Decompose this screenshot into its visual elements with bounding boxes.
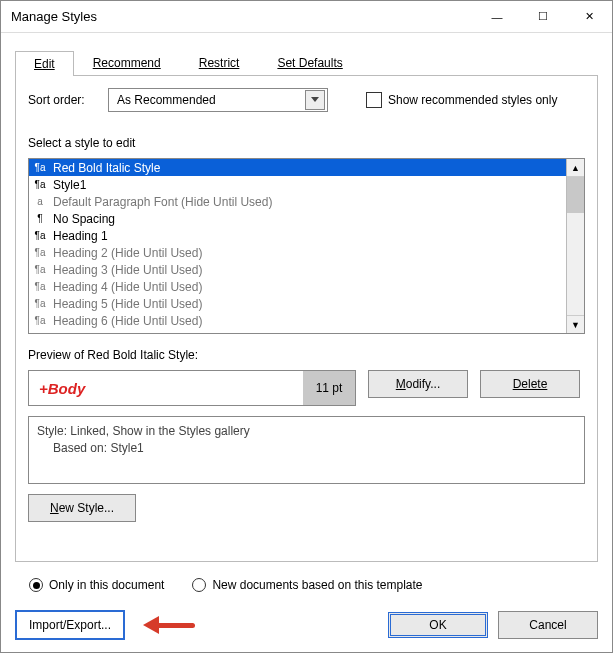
- radio-only-document[interactable]: Only in this document: [29, 578, 164, 592]
- style-type-icon: ¶a: [33, 298, 47, 309]
- preview-label: Preview of Red Bold Italic Style:: [28, 348, 585, 362]
- scope-radios: Only in this document New documents base…: [15, 562, 598, 602]
- list-item-label: Heading 2 (Hide Until Used): [53, 246, 202, 260]
- style-type-icon: ¶: [33, 213, 47, 224]
- tab-set-defaults[interactable]: Set Defaults: [258, 50, 361, 75]
- dialog-content: Edit Recommend Restrict Set Defaults Sor…: [1, 33, 612, 602]
- list-item-label: Style1: [53, 178, 86, 192]
- minimize-button[interactable]: —: [474, 2, 520, 32]
- scroll-thumb[interactable]: [567, 177, 584, 213]
- style-type-icon: ¶a: [33, 315, 47, 326]
- dialog-buttons: Import/Export... OK Cancel: [1, 602, 612, 652]
- list-item[interactable]: ¶aHeading 2 (Hide Until Used): [29, 244, 566, 261]
- tabstrip: Edit Recommend Restrict Set Defaults: [15, 47, 598, 75]
- scrollbar[interactable]: ▲ ▼: [566, 159, 584, 333]
- window-title: Manage Styles: [11, 9, 474, 24]
- select-style-label: Select a style to edit: [28, 136, 585, 150]
- radio-dot-icon: [29, 578, 43, 592]
- sort-order-label: Sort order:: [28, 93, 98, 107]
- list-item-label: No Spacing: [53, 212, 115, 226]
- cancel-button[interactable]: Cancel: [498, 611, 598, 639]
- list-item[interactable]: ¶aHeading 6 (Hide Until Used): [29, 312, 566, 329]
- list-item[interactable]: aDefault Paragraph Font (Hide Until Used…: [29, 193, 566, 210]
- style-type-icon: ¶a: [33, 162, 47, 173]
- tab-body: Sort order: As Recommended Show recommen…: [15, 75, 598, 562]
- scroll-up-icon[interactable]: ▲: [567, 159, 584, 177]
- style-description: Style: Linked, Show in the Styles galler…: [28, 416, 585, 484]
- tab-recommend[interactable]: Recommend: [74, 50, 180, 75]
- list-item[interactable]: ¶aHeading 5 (Hide Until Used): [29, 295, 566, 312]
- sort-order-combo[interactable]: As Recommended: [108, 88, 328, 112]
- tab-edit[interactable]: Edit: [15, 51, 74, 76]
- list-item[interactable]: ¶No Spacing: [29, 210, 566, 227]
- radio-new-documents[interactable]: New documents based on this template: [192, 578, 422, 592]
- tab-restrict[interactable]: Restrict: [180, 50, 259, 75]
- list-item-label: Heading 4 (Hide Until Used): [53, 280, 202, 294]
- ok-button[interactable]: OK: [388, 612, 488, 638]
- manage-styles-dialog: Manage Styles — ☐ ✕ Edit Recommend Restr…: [0, 0, 613, 653]
- list-item-label: Heading 3 (Hide Until Used): [53, 263, 202, 277]
- list-item-label: Heading 6 (Hide Until Used): [53, 314, 202, 328]
- radio-new-label: New documents based on this template: [212, 578, 422, 592]
- show-recommended-checkbox[interactable]: [366, 92, 382, 108]
- list-item-label: Red Bold Italic Style: [53, 161, 160, 175]
- annotation-arrow-icon: [143, 615, 195, 635]
- preview-box: +Body 11 pt: [28, 370, 356, 406]
- titlebar: Manage Styles — ☐ ✕: [1, 1, 612, 33]
- style-type-icon: a: [33, 196, 47, 207]
- radio-dot-icon: [192, 578, 206, 592]
- style-type-icon: ¶a: [33, 264, 47, 275]
- preview-size[interactable]: 11 pt: [303, 371, 355, 405]
- list-item[interactable]: ¶aHeading 1: [29, 227, 566, 244]
- maximize-button[interactable]: ☐: [520, 2, 566, 32]
- modify-button[interactable]: Modify...: [368, 370, 468, 398]
- preview-sample: +Body: [29, 380, 303, 397]
- scroll-down-icon[interactable]: ▼: [567, 315, 584, 333]
- list-item[interactable]: ¶aHeading 3 (Hide Until Used): [29, 261, 566, 278]
- show-recommended-label: Show recommended styles only: [388, 93, 557, 107]
- style-type-icon: ¶a: [33, 247, 47, 258]
- style-listbox[interactable]: ¶aRed Bold Italic Style¶aStyle1aDefault …: [28, 158, 585, 334]
- desc-line2: Based on: Style1: [37, 440, 576, 457]
- new-style-button[interactable]: New Style...: [28, 494, 136, 522]
- chevron-down-icon[interactable]: [305, 90, 325, 110]
- style-type-icon: ¶a: [33, 230, 47, 241]
- style-type-icon: ¶a: [33, 281, 47, 292]
- list-item-label: Heading 1: [53, 229, 108, 243]
- delete-button[interactable]: Delete: [480, 370, 580, 398]
- list-item[interactable]: ¶aHeading 4 (Hide Until Used): [29, 278, 566, 295]
- list-item-label: Heading 5 (Hide Until Used): [53, 297, 202, 311]
- style-type-icon: ¶a: [33, 179, 47, 190]
- import-export-button[interactable]: Import/Export...: [15, 610, 125, 640]
- list-item[interactable]: ¶aRed Bold Italic Style: [29, 159, 566, 176]
- sort-order-value: As Recommended: [117, 93, 216, 107]
- desc-line1: Style: Linked, Show in the Styles galler…: [37, 423, 576, 440]
- close-button[interactable]: ✕: [566, 2, 612, 32]
- radio-only-label: Only in this document: [49, 578, 164, 592]
- list-item[interactable]: ¶aStyle1: [29, 176, 566, 193]
- list-item-label: Default Paragraph Font (Hide Until Used): [53, 195, 272, 209]
